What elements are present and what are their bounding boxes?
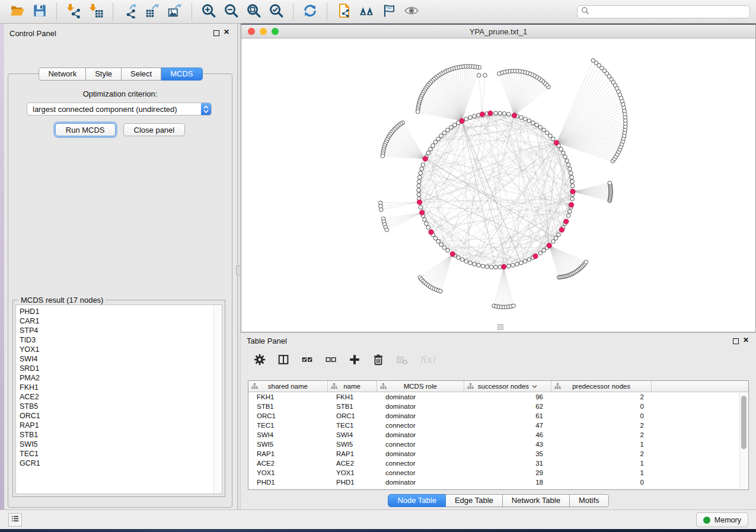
cell-MCDS-role: dominator bbox=[377, 479, 465, 486]
share-doc-icon bbox=[336, 3, 352, 21]
tab-motifs[interactable]: Motifs bbox=[570, 494, 609, 507]
import-network-button[interactable] bbox=[65, 4, 82, 20]
toggle-details-button[interactable] bbox=[381, 4, 397, 20]
tab-style[interactable]: Style bbox=[86, 68, 122, 81]
share-document-button[interactable] bbox=[336, 4, 352, 20]
show-graphics-details-button[interactable] bbox=[403, 4, 420, 20]
zoom-in-button[interactable] bbox=[200, 4, 217, 20]
tab-network-table[interactable]: Network Table bbox=[503, 494, 570, 507]
close-table-panel-icon[interactable]: ✕ bbox=[743, 336, 749, 344]
table-scrollbar[interactable] bbox=[739, 392, 748, 489]
mcds-result-list[interactable]: PHD1CAR1STP4TID3YOX1SWI4SRD1PMA2FKH1ACE2… bbox=[15, 305, 222, 494]
mcds-result-item[interactable]: STB1 bbox=[20, 430, 222, 440]
export-table-button[interactable] bbox=[144, 4, 161, 20]
delete-columns-button[interactable] bbox=[371, 354, 385, 368]
import-table-button[interactable] bbox=[88, 4, 104, 20]
column-header-predecessor-nodes[interactable]: predecessor nodes bbox=[551, 381, 652, 392]
mcds-result-item[interactable]: TID3 bbox=[20, 335, 222, 345]
mcds-result-item[interactable]: TEC1 bbox=[20, 449, 222, 459]
float-table-panel-icon[interactable] bbox=[733, 338, 739, 344]
import-network-icon bbox=[66, 3, 81, 21]
table-row[interactable]: RAP1RAP1dominator352 bbox=[248, 449, 748, 459]
table-row[interactable]: SWI5SWI5connector431 bbox=[248, 440, 748, 449]
status-bar: Memory bbox=[0, 509, 756, 529]
list-icon bbox=[11, 514, 20, 525]
mcds-result-legend: MCDS result (17 nodes) bbox=[18, 296, 106, 305]
table-row[interactable]: ACE2ACE2connector311 bbox=[248, 459, 748, 468]
tab-mcds[interactable]: MCDS bbox=[161, 68, 202, 81]
network-canvas[interactable] bbox=[241, 38, 755, 332]
tab-edge-table[interactable]: Edge Table bbox=[446, 494, 503, 507]
export-image-icon bbox=[167, 3, 183, 21]
mcds-result-item[interactable]: PHD1 bbox=[20, 307, 222, 316]
zoom-selected-button[interactable] bbox=[268, 4, 285, 20]
zoom-out-button[interactable] bbox=[223, 4, 240, 20]
network-window-title: YPA_prune.txt_1 bbox=[470, 27, 527, 36]
mcds-result-item[interactable]: ORC1 bbox=[20, 411, 222, 421]
optimization-criterion-label: Optimization criterion: bbox=[8, 89, 232, 98]
window-resize-grip[interactable] bbox=[497, 324, 503, 330]
search-input[interactable] bbox=[589, 7, 746, 17]
close-panel-icon[interactable]: ✕ bbox=[224, 28, 229, 36]
table-row[interactable]: YOX1YOX1connector291 bbox=[248, 468, 748, 477]
run-mcds-button[interactable]: Run MCDS bbox=[55, 123, 116, 136]
tab-node-table[interactable]: Node Table bbox=[388, 494, 446, 507]
table-row[interactable]: PHD1PHD1dominator180 bbox=[248, 477, 748, 487]
criterion-select[interactable]: largest connected component (undirected) bbox=[27, 102, 212, 116]
open-file-button[interactable] bbox=[9, 4, 25, 20]
table-scrollbar-thumb[interactable] bbox=[741, 396, 747, 449]
column-header-name[interactable]: name bbox=[328, 381, 377, 392]
cell-predecessor-nodes: 2 bbox=[552, 393, 653, 400]
toolbar-separator bbox=[56, 4, 57, 20]
table-row[interactable]: TEC1TEC1connector472 bbox=[248, 421, 748, 430]
column-header-successor-nodes[interactable]: successor nodes bbox=[464, 381, 551, 392]
table-row[interactable]: SWI4SWI4dominator462 bbox=[248, 430, 748, 440]
float-window-icon[interactable] bbox=[213, 30, 219, 36]
memory-button[interactable]: Memory bbox=[696, 512, 748, 527]
column-header-MCDS-role[interactable]: MCDS role bbox=[377, 381, 465, 392]
task-history-button[interactable] bbox=[8, 513, 22, 527]
tab-select[interactable]: Select bbox=[122, 68, 161, 81]
mcds-list-scrollbar[interactable] bbox=[213, 305, 222, 493]
mcds-result-item[interactable]: ACE2 bbox=[20, 392, 222, 402]
mcds-result-item[interactable]: SWI4 bbox=[20, 354, 222, 364]
cell-shared-name: RAP1 bbox=[248, 450, 328, 457]
zoom-fit-button[interactable] bbox=[245, 4, 262, 20]
maximize-window-icon[interactable] bbox=[272, 28, 279, 35]
mcds-result-item[interactable]: SRD1 bbox=[20, 364, 222, 373]
show-columns-button[interactable] bbox=[276, 354, 291, 368]
select-all-button[interactable] bbox=[300, 354, 314, 368]
trash-icon bbox=[372, 353, 385, 368]
mcds-result-item[interactable]: YOX1 bbox=[20, 345, 222, 354]
table-settings-button[interactable] bbox=[253, 354, 267, 368]
mcds-result-item[interactable]: FKH1 bbox=[20, 383, 222, 392]
network-window-titlebar[interactable]: YPA_prune.txt_1 bbox=[241, 25, 755, 39]
save-session-button[interactable] bbox=[31, 4, 48, 20]
tab-network[interactable]: Network bbox=[39, 68, 86, 81]
cell-predecessor-nodes: 0 bbox=[552, 412, 653, 419]
close-window-icon[interactable] bbox=[248, 28, 255, 35]
table-row[interactable]: STB1STB1dominator620 bbox=[248, 402, 748, 411]
column-label: predecessor nodes bbox=[572, 383, 630, 390]
mcds-result-item[interactable]: SWI5 bbox=[20, 440, 222, 449]
close-panel-button[interactable]: Close panel bbox=[123, 123, 186, 136]
refresh-button[interactable] bbox=[302, 4, 318, 20]
mcds-result-item[interactable]: CAR1 bbox=[20, 316, 222, 326]
minimize-window-icon[interactable] bbox=[260, 28, 267, 35]
create-column-button[interactable] bbox=[347, 354, 362, 368]
mcds-result-item[interactable]: PMA2 bbox=[20, 373, 222, 383]
cell-MCDS-role: dominator bbox=[377, 393, 465, 400]
cell-name: FKH1 bbox=[328, 393, 377, 400]
mcds-result-item[interactable]: STB5 bbox=[20, 402, 222, 411]
delete-table-button bbox=[395, 354, 409, 368]
table-row[interactable]: ORC1ORC1dominator610 bbox=[248, 411, 748, 421]
unselect-all-button[interactable] bbox=[324, 354, 338, 368]
mcds-result-item[interactable]: GCR1 bbox=[20, 459, 222, 468]
export-network-button[interactable] bbox=[122, 4, 138, 20]
mcds-result-item[interactable]: RAP1 bbox=[20, 421, 222, 430]
table-row[interactable]: FKH1FKH1dominator962 bbox=[248, 392, 748, 402]
export-image-button[interactable] bbox=[167, 4, 183, 20]
column-header-shared-name[interactable]: shared name bbox=[248, 381, 328, 392]
mcds-result-item[interactable]: STP4 bbox=[20, 326, 222, 335]
search-network-button[interactable] bbox=[358, 4, 375, 20]
